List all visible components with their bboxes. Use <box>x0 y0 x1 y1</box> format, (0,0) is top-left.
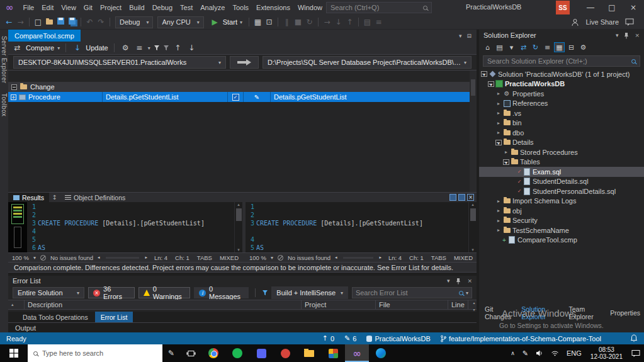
collapse-group-icon[interactable] <box>11 84 17 90</box>
tree-item-dbo-folder[interactable]: ▸ dbo <box>479 128 644 138</box>
next-difference-icon[interactable]: ↓ <box>186 43 197 52</box>
scroll-up-icon[interactable]: ▴ <box>473 300 475 305</box>
properties-gear-icon[interactable]: ⚙ <box>578 42 589 52</box>
start-button[interactable] <box>0 344 28 362</box>
menu-view[interactable]: View <box>57 0 80 15</box>
minimize-button[interactable]: — <box>580 0 601 15</box>
volume-icon[interactable] <box>532 350 547 356</box>
chevron-down-icon[interactable]: ▾ <box>466 290 468 296</box>
live-share-icon[interactable] <box>571 18 579 26</box>
filter-icon[interactable] <box>262 290 268 296</box>
chevron-right-icon[interactable]: ▸ <box>495 208 502 213</box>
tree-item-bin-folder[interactable]: ▸ bin <box>479 118 644 128</box>
user-avatar[interactable]: SS <box>556 1 570 14</box>
switch-views-icon[interactable]: ⌂ <box>482 42 493 52</box>
navigate-forward-icon[interactable]: → <box>15 18 26 26</box>
chevron-down-icon[interactable]: ▾ <box>503 159 509 165</box>
sync-with-active-document-icon[interactable]: ⇄ <box>518 42 529 52</box>
scroll-right-icon[interactable]: ▸ <box>145 255 147 260</box>
chevron-right-icon[interactable]: ▸ <box>495 110 502 116</box>
menu-edit[interactable]: Edit <box>38 0 57 15</box>
pane-maximize-icon[interactable] <box>449 194 456 201</box>
tray-pen-icon[interactable]: ✎ <box>519 349 532 358</box>
options-gear-icon[interactable]: ⚙ <box>120 43 131 52</box>
view-options-icon[interactable]: ≡ <box>134 43 145 52</box>
menu-project[interactable]: Project <box>96 0 125 15</box>
tab-results[interactable]: Results <box>8 193 49 203</box>
tab-properties[interactable]: Properties <box>606 309 644 317</box>
visual-studio-taskbar-icon[interactable]: ∞ <box>345 344 369 362</box>
severity-column-header[interactable]: ▴ <box>8 300 25 309</box>
compare-button[interactable]: Compare <box>26 44 54 52</box>
description-column-header[interactable]: Description <box>25 300 302 309</box>
chevron-down-icon[interactable]: ▾ <box>616 32 619 38</box>
expand-row-icon[interactable] <box>11 94 16 100</box>
solution-platform-dropdown[interactable]: Any CPU ▾ <box>157 16 203 28</box>
tree-item-solution[interactable]: ▾ Solution 'PracticalWorksDB' (1 of 1 pr… <box>479 69 644 79</box>
chevron-right-icon[interactable]: ▸ <box>495 198 502 204</box>
outline-icon[interactable]: ≡ <box>373 18 384 26</box>
file-explorer-taskbar-icon[interactable] <box>297 344 321 362</box>
feedback-icon[interactable] <box>625 18 634 26</box>
find-icon[interactable]: ▤ <box>362 18 373 26</box>
procedure-diff-row[interactable]: Procedure Details.pGetStudentList ✓ ✎ De… <box>8 92 477 102</box>
chevron-down-icon[interactable]: ▾ <box>271 255 273 261</box>
redo-icon[interactable]: ↷ <box>96 18 106 26</box>
target-code[interactable]: CREATE PROCEDURE [Details].[pGetStudentL… <box>256 202 468 252</box>
tab-error-list[interactable]: Error List <box>95 312 133 322</box>
tree-item-details-folder[interactable]: ▾ Details <box>479 138 644 148</box>
menu-test[interactable]: Test <box>176 0 196 15</box>
solution-explorer-header[interactable]: Solution Explorer ▾ × <box>479 30 644 41</box>
error-list-header[interactable]: Error List ▾ × <box>8 276 477 286</box>
menu-tools[interactable]: Tools <box>229 0 252 15</box>
diff-map-source[interactable] <box>11 204 24 224</box>
switch-direction-button[interactable] <box>230 56 259 69</box>
solution-configuration-dropdown[interactable]: Debug ▾ <box>115 16 153 28</box>
tree-item-properties[interactable]: ▸ ⚙ Properties <box>479 89 644 99</box>
tree-item-references[interactable]: ▸ References <box>479 99 644 109</box>
repository-indicator[interactable]: PracticalWorksDB <box>366 335 430 342</box>
notifications-bell-icon[interactable] <box>630 334 638 342</box>
open-file-icon[interactable] <box>44 18 55 26</box>
tree-item-studentdetails-sql[interactable]: ▸ ✓ StudentDetails.sql <box>479 177 644 187</box>
live-share-label[interactable]: Live Share <box>585 18 619 26</box>
source-scrollbar[interactable]: ▴ ▾ <box>234 202 242 252</box>
scrollbar-thumb[interactable] <box>470 208 476 221</box>
chevron-right-icon[interactable]: ▸ <box>495 218 502 223</box>
undo-icon[interactable]: ↶ <box>84 18 95 26</box>
tab-data-tools-operations[interactable]: Data Tools Operations <box>17 312 94 322</box>
tree-item-comparetool-scmp[interactable]: ▸ + CompareTool.scmp <box>479 235 644 246</box>
app2-taskbar-icon[interactable] <box>273 344 297 362</box>
warnings-filter-button[interactable]: 0 Warnings <box>138 287 190 298</box>
chevron-down-icon[interactable]: ▾ <box>488 81 494 87</box>
horizontal-scrollbar[interactable] <box>343 257 374 259</box>
save-icon[interactable] <box>55 18 66 26</box>
app-taskbar-icon[interactable] <box>249 344 273 362</box>
menu-debug[interactable]: Debug <box>149 0 176 15</box>
chevron-down-icon[interactable]: ▾ <box>447 278 450 284</box>
edit-action-icon[interactable]: ✎ <box>254 94 259 101</box>
tree-item-testschemaname-folder[interactable]: ▸ TestSchemaName <box>479 225 644 235</box>
photos-taskbar-icon[interactable] <box>321 344 345 362</box>
tree-item-project[interactable]: ▾ PracticalWorksDB <box>479 79 644 89</box>
project-column-header[interactable]: Project <box>302 300 376 309</box>
update-button[interactable]: Update <box>86 44 108 52</box>
solution-search-box[interactable] <box>483 55 640 67</box>
menu-build[interactable]: Build <box>125 0 148 15</box>
chevron-right-icon[interactable]: ▸ <box>495 91 502 96</box>
source-code[interactable]: CREATE PROCEDURE [Details].[pGetStudentL… <box>38 202 234 252</box>
chevron-right-icon[interactable]: ▸ <box>495 120 502 126</box>
zoom-level[interactable]: 100 % <box>249 254 266 261</box>
diff-map-target[interactable] <box>14 227 21 248</box>
chevron-down-icon[interactable]: ▾ <box>33 255 36 261</box>
branch-indicator[interactable]: feature/Implementation-of-Schema-Compare… <box>441 335 601 342</box>
task-view-button[interactable] <box>180 344 201 362</box>
menu-git[interactable]: Git <box>80 0 96 15</box>
messages-filter-button[interactable]: i 0 Messages <box>194 287 249 298</box>
source-database-dropdown[interactable]: DESKTOP-8K4JUI\MSSQLSERVER01.PracticalWo… <box>13 56 226 69</box>
grid-scrollbar-thumb[interactable] <box>471 79 475 96</box>
action-center-icon[interactable] <box>628 349 644 357</box>
tree-item-stored-procedures-folder[interactable]: ▸ Stored Procedures <box>479 147 644 157</box>
menu-file[interactable]: File <box>20 0 38 15</box>
tree-item-tables-folder[interactable]: ▾ Tables <box>479 157 644 167</box>
